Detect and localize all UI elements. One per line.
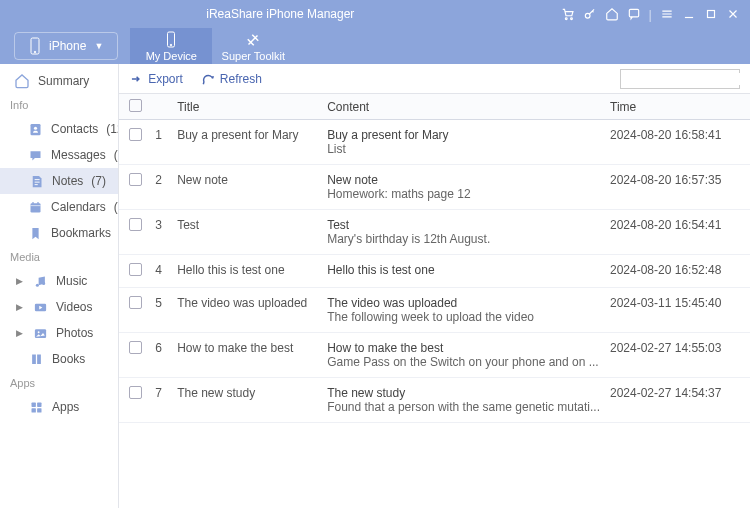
- sidebar-label: Notes: [52, 174, 83, 188]
- export-button[interactable]: Export: [129, 72, 183, 86]
- video-icon: [32, 299, 48, 315]
- row-index: 2: [155, 173, 177, 187]
- sidebar-item-notes[interactable]: Notes (7): [0, 168, 118, 194]
- row-checkbox[interactable]: [129, 263, 142, 276]
- menu-icon[interactable]: [660, 7, 674, 21]
- svg-point-6: [34, 51, 36, 53]
- toolbar: Export Refresh: [119, 64, 750, 94]
- app-title: iReaShare iPhone Manager: [0, 7, 561, 21]
- sidebar: Summary Info Contacts (12) Messages (103…: [0, 64, 119, 508]
- key-icon[interactable]: [583, 7, 597, 21]
- tab-label: My Device: [146, 50, 197, 62]
- row-time: 2024-08-20 16:57:35: [610, 173, 740, 187]
- row-index: 7: [155, 386, 177, 400]
- table-row[interactable]: 1Buy a present for MaryBuy a present for…: [119, 120, 750, 165]
- row-checkbox[interactable]: [129, 218, 142, 231]
- row-time: 2024-02-27 14:55:03: [610, 341, 740, 355]
- table-body: 1Buy a present for MaryBuy a present for…: [119, 120, 750, 508]
- sidebar-item-summary[interactable]: Summary: [0, 68, 118, 94]
- chevron-right-icon: ▶: [16, 276, 24, 286]
- sidebar-item-messages[interactable]: Messages (1038): [0, 142, 118, 168]
- sidebar-section-info: Info: [0, 94, 118, 116]
- chevron-right-icon: ▶: [16, 328, 24, 338]
- row-index: 6: [155, 341, 177, 355]
- svg-rect-20: [37, 408, 41, 412]
- search-box[interactable]: [620, 69, 740, 89]
- apps-icon: [28, 399, 44, 415]
- table-row[interactable]: 2New noteNew noteHomework: maths page 12…: [119, 165, 750, 210]
- column-title[interactable]: Title: [177, 100, 327, 114]
- feedback-icon[interactable]: [627, 7, 641, 21]
- device-name: iPhone: [49, 39, 86, 53]
- row-checkbox[interactable]: [129, 296, 142, 309]
- row-time: 2024-08-20 16:52:48: [610, 263, 740, 277]
- minimize-icon[interactable]: [682, 7, 696, 21]
- bookmark-icon: [28, 225, 43, 241]
- table-row[interactable]: 7The new studyThe new studyFound that a …: [119, 378, 750, 423]
- svg-rect-18: [37, 402, 41, 406]
- titlebar: iReaShare iPhone Manager |: [0, 0, 750, 28]
- chevron-down-icon: ▼: [94, 41, 103, 51]
- row-index: 5: [155, 296, 177, 310]
- row-content: How to make the bestGame Pass on the Swi…: [327, 341, 610, 369]
- row-content: Hello this is test one: [327, 263, 610, 277]
- refresh-button[interactable]: Refresh: [201, 72, 262, 86]
- row-time: 2024-02-27 14:54:37: [610, 386, 740, 400]
- chevron-right-icon: ▶: [16, 302, 24, 312]
- sidebar-item-videos[interactable]: ▶ Videos: [0, 294, 118, 320]
- row-title: Buy a present for Mary: [177, 128, 327, 142]
- sidebar-label: Music: [56, 274, 87, 288]
- row-index: 3: [155, 218, 177, 232]
- row-checkbox[interactable]: [129, 386, 142, 399]
- row-checkbox[interactable]: [129, 173, 142, 186]
- export-icon: [129, 72, 143, 86]
- sidebar-item-photos[interactable]: ▶ Photos: [0, 320, 118, 346]
- sidebar-count: (12): [106, 122, 119, 136]
- column-time[interactable]: Time: [610, 100, 740, 114]
- row-title: How to make the best: [177, 341, 327, 355]
- sidebar-item-contacts[interactable]: Contacts (12): [0, 116, 118, 142]
- sidebar-item-apps[interactable]: Apps: [0, 394, 118, 420]
- svg-rect-4: [708, 11, 715, 18]
- sidebar-item-music[interactable]: ▶ Music: [0, 268, 118, 294]
- close-icon[interactable]: [726, 7, 740, 21]
- tab-my-device[interactable]: My Device: [130, 28, 212, 64]
- row-content: The video was uploadedThe following week…: [327, 296, 610, 324]
- book-icon: [28, 351, 44, 367]
- maximize-icon[interactable]: [704, 7, 718, 21]
- sidebar-item-calendars[interactable]: Calendars (2): [0, 194, 118, 220]
- table-row[interactable]: 5The video was uploadedThe video was upl…: [119, 288, 750, 333]
- sidebar-label: Apps: [52, 400, 79, 414]
- sidebar-count: (7): [91, 174, 106, 188]
- row-title: The video was uploaded: [177, 296, 327, 310]
- svg-rect-17: [31, 402, 35, 406]
- svg-point-1: [570, 18, 572, 20]
- row-content: New noteHomework: maths page 12: [327, 173, 610, 201]
- device-dropdown[interactable]: iPhone ▼: [14, 32, 118, 60]
- table-row[interactable]: 4Hello this is test oneHello this is tes…: [119, 255, 750, 288]
- sidebar-label: Messages: [51, 148, 106, 162]
- row-title: Hello this is test one: [177, 263, 327, 277]
- svg-point-12: [35, 283, 38, 286]
- select-all-checkbox[interactable]: [129, 99, 142, 112]
- row-time: 2024-08-20 16:54:41: [610, 218, 740, 232]
- column-content[interactable]: Content: [327, 100, 610, 114]
- svg-point-8: [171, 44, 173, 46]
- home-icon[interactable]: [605, 7, 619, 21]
- svg-point-13: [42, 281, 45, 284]
- sidebar-item-bookmarks[interactable]: Bookmarks: [0, 220, 118, 246]
- cart-icon[interactable]: [561, 7, 575, 21]
- table-row[interactable]: 3TestTestMary's birthday is 12th August.…: [119, 210, 750, 255]
- row-checkbox[interactable]: [129, 128, 142, 141]
- table-row[interactable]: 6How to make the bestHow to make the bes…: [119, 333, 750, 378]
- sidebar-item-books[interactable]: Books: [0, 346, 118, 372]
- row-checkbox[interactable]: [129, 341, 142, 354]
- search-input[interactable]: [625, 73, 750, 85]
- sidebar-label: Calendars: [51, 200, 106, 214]
- sidebar-label: Videos: [56, 300, 92, 314]
- sidebar-label: Contacts: [51, 122, 98, 136]
- sidebar-label: Bookmarks: [51, 226, 111, 240]
- button-label: Export: [148, 72, 183, 86]
- tab-super-toolkit[interactable]: Super Toolkit: [212, 28, 294, 64]
- svg-rect-3: [629, 9, 638, 17]
